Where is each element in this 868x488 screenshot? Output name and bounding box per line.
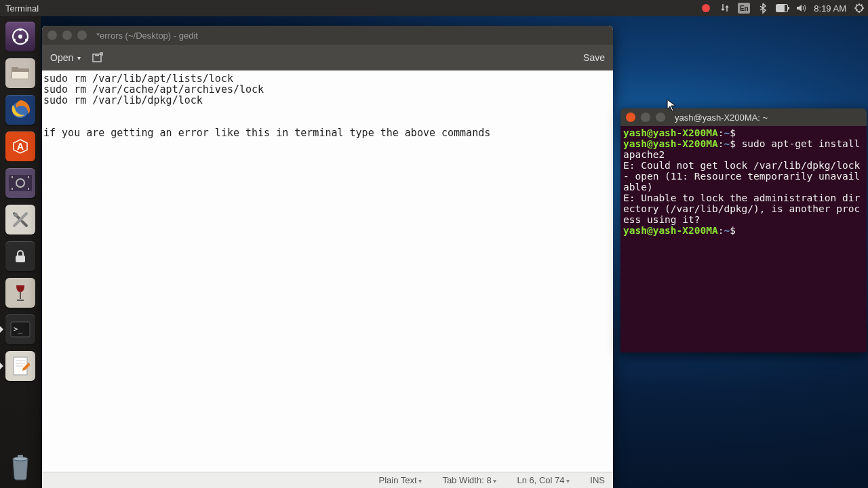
svg-text:A: A	[17, 141, 24, 152]
save-button[interactable]: Save	[583, 52, 605, 63]
launcher-firefox[interactable]	[4, 94, 37, 126]
gedit-titlebar[interactable]: *errors (~/Desktop) - gedit	[42, 26, 613, 45]
terminal-window: yash@yash-X200MA: ~ yash@yash-X200MA:~$ …	[620, 108, 867, 352]
tabwidth-dropdown[interactable]: Tab Width: 8	[442, 475, 496, 485]
launcher-files[interactable]	[4, 57, 37, 89]
gedit-toolbar: Open Save	[42, 45, 613, 70]
bluetooth-icon[interactable]	[757, 2, 769, 14]
launcher-settings[interactable]	[4, 203, 37, 236]
svg-point-5	[25, 39, 28, 41]
maximize-icon[interactable]	[77, 30, 87, 40]
svg-rect-15	[28, 188, 29, 190]
close-icon[interactable]	[626, 113, 635, 122]
terminal-body[interactable]: yash@yash-X200MA:~$ yash@yash-X200MA:~$ …	[620, 126, 867, 352]
svg-rect-13	[12, 188, 13, 190]
svg-point-4	[13, 39, 16, 41]
keyboard-lang-icon[interactable]: En	[738, 3, 750, 14]
record-icon[interactable]	[700, 2, 712, 14]
clock[interactable]: 8:19 AM	[814, 3, 846, 14]
top-panel: Terminal En 8:19 AM	[0, 0, 868, 16]
gedit-title: *errors (~/Desktop) - gedit	[96, 30, 198, 41]
insert-mode: INS	[590, 475, 605, 485]
svg-rect-26	[18, 455, 23, 458]
svg-rect-18	[16, 256, 25, 262]
terminal-title: yash@yash-X200MA: ~	[675, 113, 768, 123]
svg-point-3	[19, 28, 22, 31]
launcher-videos[interactable]	[4, 167, 37, 199]
svg-point-17	[14, 213, 18, 217]
gedit-statusbar: Plain Text Tab Width: 8 Ln 6, Col 74 INS	[42, 472, 613, 488]
minimize-icon[interactable]	[641, 113, 650, 122]
svg-point-2	[18, 35, 22, 39]
network-icon[interactable]	[719, 2, 731, 14]
new-tab-button[interactable]	[92, 52, 104, 64]
unity-launcher: A >_	[0, 16, 41, 488]
mouse-cursor-icon	[667, 99, 676, 113]
system-tray: En 8:19 AM	[700, 2, 865, 14]
svg-rect-8	[12, 72, 28, 79]
launcher-dash[interactable]	[4, 20, 37, 53]
launcher-wine[interactable]	[4, 277, 37, 309]
svg-rect-7	[12, 67, 18, 71]
gedit-window: *errors (~/Desktop) - gedit Open Save su…	[42, 26, 613, 488]
launcher-trash[interactable]	[4, 450, 37, 483]
minimize-icon[interactable]	[62, 30, 72, 40]
terminal-error-line: E: Could not get lock /var/lib/dpkg/lock…	[623, 160, 866, 192]
launcher-software1[interactable]: A	[4, 130, 37, 163]
active-app-label: Terminal	[3, 3, 39, 14]
volume-icon[interactable]	[795, 2, 807, 14]
svg-rect-14	[28, 176, 29, 178]
gedit-text-area[interactable]: sudo rm /var/lib/apt/lists/lock sudo rm …	[42, 70, 613, 472]
open-button[interactable]: Open	[50, 52, 81, 63]
terminal-error-line: E: Unable to lock the administration dir…	[623, 192, 860, 225]
close-icon[interactable]	[47, 30, 57, 40]
maximize-icon[interactable]	[656, 113, 665, 122]
launcher-gedit[interactable]	[4, 350, 37, 382]
session-icon[interactable]	[853, 2, 865, 14]
svg-rect-12	[12, 176, 13, 178]
launcher-lock[interactable]	[4, 240, 37, 272]
svg-text:>_: >_	[14, 325, 23, 333]
cursor-position[interactable]: Ln 6, Col 74	[517, 475, 570, 485]
launcher-terminal[interactable]: >_	[4, 313, 37, 346]
battery-icon[interactable]	[776, 2, 788, 14]
syntax-dropdown[interactable]: Plain Text	[378, 475, 422, 485]
terminal-titlebar[interactable]: yash@yash-X200MA: ~	[620, 108, 867, 126]
